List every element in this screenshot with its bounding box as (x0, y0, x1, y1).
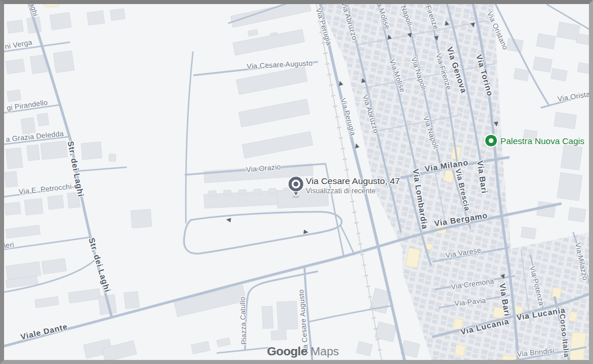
map-canvas[interactable]: aghini Vergagi Pirandelloa Grazia Deledd… (0, 0, 593, 364)
poi-marker[interactable]: Palestra Nuova Cagis (484, 133, 593, 149)
selected-place-title: Via Cesare Augusto, 47 (306, 176, 400, 186)
poi-marker-icon[interactable] (484, 133, 499, 149)
selected-place-subtitle: Visualizzati di recente (306, 187, 376, 195)
google-maps-watermark[interactable]: GoogleMaps (267, 344, 339, 358)
poi-label: Palestra Nuova Cagis (500, 136, 584, 146)
place-pin-icon[interactable] (283, 171, 309, 199)
clipped-poi-icon (44, 0, 59, 7)
map-window: aghini Vergagi Pirandelloa Grazia Deledd… (0, 0, 593, 364)
google-logo[interactable]: Google (267, 344, 307, 358)
maps-logo-text: Maps (310, 345, 339, 358)
selected-place-marker[interactable]: Via Cesare Augusto, 47 Visualizzati di r… (283, 171, 434, 200)
